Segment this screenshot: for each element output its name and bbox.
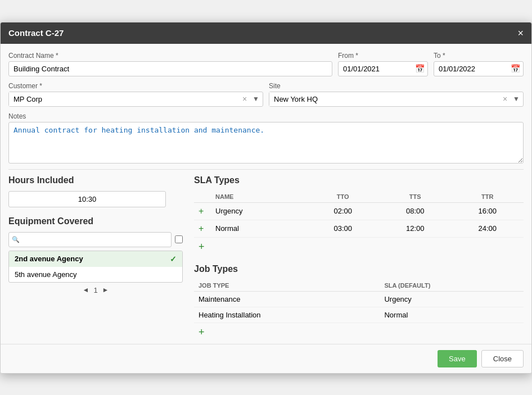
sla-row-2-add-icon[interactable]: + [199, 224, 204, 233]
job-types-section: Job Types JOB TYPE SLA (DEFAULT) Mainten… [194, 264, 524, 338]
customer-group: Customer * × ▼ [8, 82, 263, 107]
to-label: To * [434, 52, 524, 60]
contract-name-label: Contract Name * [8, 52, 332, 60]
from-date-input[interactable] [338, 61, 428, 76]
equipment-list: 2nd avenue Agency ✓ 5th avenue Agency [8, 251, 183, 283]
contract-modal: Contract C-27 × Contract Name * From * 📅… [0, 22, 532, 374]
sla-col-name: NAME [211, 191, 307, 203]
pagination: ◄ 1 ► [8, 286, 183, 294]
site-input[interactable] [269, 92, 501, 106]
sla-add-button[interactable]: + [199, 241, 205, 253]
to-group: To * 📅 [434, 52, 524, 76]
equipment-search-input[interactable] [8, 232, 172, 247]
sla-col-icon [194, 191, 211, 203]
equipment-section: Equipment Covered 2nd avenue Agency ✓ [8, 216, 183, 294]
modal-header: Contract C-27 × [1, 22, 531, 44]
sla-types-title: SLA Types [194, 175, 524, 185]
notes-group: Notes Annual contract for heating instal… [8, 112, 524, 164]
notes-label: Notes [8, 112, 524, 120]
close-button[interactable]: Close [481, 350, 524, 367]
sla-row-1-name: Urgency [211, 202, 307, 220]
modal-close-button[interactable]: × [517, 28, 524, 38]
sla-col-tto: TTO [307, 191, 379, 203]
left-column: Hours Included Equipment Covered 2nd [8, 175, 183, 338]
contract-name-group: Contract Name * [8, 52, 332, 76]
equipment-checkbox[interactable] [175, 235, 183, 243]
customer-dropdown-icon[interactable]: ▼ [249, 95, 263, 103]
job-col-sla: SLA (DEFAULT) [380, 280, 524, 292]
sla-row-1-tto: 02:00 [307, 202, 379, 220]
job-row-1-type: Maintenance [194, 291, 380, 307]
pagination-page: 1 [93, 286, 97, 294]
customer-select-wrapper: × ▼ [8, 92, 263, 107]
sla-col-ttr: TTR [451, 191, 524, 203]
sla-row-2-tto: 03:00 [307, 220, 379, 237]
hours-title: Hours Included [8, 175, 183, 185]
equipment-title: Equipment Covered [8, 216, 183, 226]
job-row-1-sla: Urgency [380, 291, 524, 307]
job-types-title: Job Types [194, 264, 524, 274]
sla-col-tts: TTS [379, 191, 451, 203]
equipment-item-2-label: 5th avenue Agency [15, 270, 77, 279]
sla-row-1-tts: 08:00 [379, 202, 451, 220]
job-row-2-type: Heating Installation [194, 307, 380, 323]
notes-textarea[interactable]: Annual contract for heating installation… [8, 122, 524, 164]
to-date-input[interactable] [434, 61, 524, 76]
sla-row-1: + Urgency 02:00 08:00 16:00 [194, 202, 524, 220]
from-date-wrapper: 📅 [338, 61, 428, 76]
job-row-2-sla: Normal [380, 307, 524, 323]
hours-section: Hours Included [8, 175, 183, 207]
contract-name-input[interactable] [8, 61, 332, 76]
pagination-prev[interactable]: ◄ [82, 286, 89, 294]
sla-row-2: + Normal 03:00 12:00 24:00 [194, 220, 524, 237]
form-row-1: Contract Name * From * 📅 To * 📅 [8, 52, 524, 76]
to-calendar-icon[interactable]: 📅 [511, 64, 520, 73]
equipment-item-1-check: ✓ [170, 255, 177, 264]
modal-footer: Save Close [1, 344, 531, 373]
sla-row-2-ttr: 24:00 [451, 220, 524, 237]
site-dropdown-icon[interactable]: ▼ [510, 95, 523, 103]
to-date-wrapper: 📅 [434, 61, 524, 76]
sla-row-1-add-icon[interactable]: + [199, 206, 204, 216]
sla-types-section: SLA Types NAME TTO TTS TTR [194, 175, 524, 253]
site-select-wrapper: × ▼ [269, 92, 524, 107]
job-types-table: JOB TYPE SLA (DEFAULT) Maintenance Urgen… [194, 280, 524, 323]
equipment-item-1-label: 2nd avenue Agency [15, 255, 83, 263]
section-divider [8, 169, 524, 170]
customer-label: Customer * [8, 82, 263, 90]
save-button[interactable]: Save [438, 350, 477, 367]
from-group: From * 📅 [338, 52, 428, 76]
job-add-button[interactable]: + [199, 326, 205, 338]
from-calendar-icon[interactable]: 📅 [415, 64, 425, 73]
modal-body: Contract Name * From * 📅 To * 📅 [1, 44, 531, 344]
sla-row-2-tts: 12:00 [379, 220, 451, 237]
right-column: SLA Types NAME TTO TTS TTR [194, 175, 524, 338]
modal-title: Contract C-27 [8, 28, 64, 38]
job-row-1: Maintenance Urgency [194, 291, 524, 307]
pagination-next[interactable]: ► [102, 286, 109, 294]
sla-row-1-ttr: 16:00 [451, 202, 524, 220]
customer-input[interactable] [9, 92, 240, 106]
job-col-type: JOB TYPE [194, 280, 380, 292]
sla-types-table: NAME TTO TTS TTR + Urgency 02:00 [194, 191, 524, 238]
equipment-item-2[interactable]: 5th avenue Agency [9, 267, 182, 282]
site-clear-icon[interactable]: × [501, 94, 510, 103]
site-group: Site × ▼ [269, 82, 524, 107]
equipment-search-row [8, 232, 183, 247]
equipment-search-wrapper [8, 232, 172, 247]
site-label: Site [269, 82, 524, 90]
hours-input[interactable] [8, 191, 166, 207]
customer-clear-icon[interactable]: × [240, 94, 249, 103]
from-label: From * [338, 52, 428, 60]
two-col-section: Hours Included Equipment Covered 2nd [8, 175, 524, 338]
sla-row-2-name: Normal [211, 220, 307, 237]
form-row-2: Customer * × ▼ Site × ▼ [8, 82, 524, 107]
equipment-item-1[interactable]: 2nd avenue Agency ✓ [9, 251, 182, 267]
job-row-2: Heating Installation Normal [194, 307, 524, 323]
